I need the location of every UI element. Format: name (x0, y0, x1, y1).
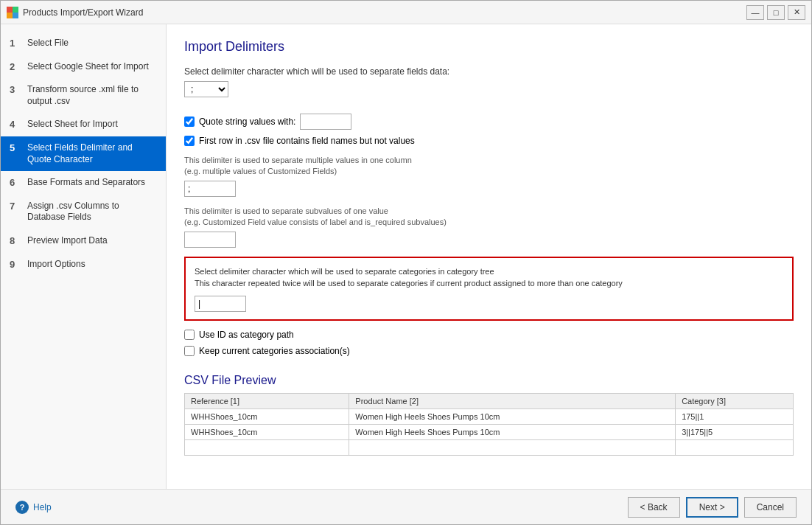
sidebar-item-select-sheet[interactable]: 4 Select Sheet for Import (1, 113, 166, 136)
main-content: 1 Select File 2 Select Google Sheet for … (1, 24, 811, 489)
svg-rect-2 (7, 13, 13, 18)
csv-preview-title: CSV File Preview (184, 374, 794, 387)
subvalue-section: This delimiter is used to separate subva… (184, 206, 794, 248)
csv-row-empty (185, 439, 794, 455)
first-row-checkbox-row: First row in .csv file contains field na… (184, 136, 794, 146)
csv-preview-table: Reference [1] Product Name [2] Category … (184, 393, 794, 456)
csv-preview-section: CSV File Preview Reference [1] Product N… (184, 374, 794, 456)
subvalue-desc: This delimiter is used to separate subva… (184, 206, 794, 229)
svg-rect-1 (13, 7, 18, 13)
svg-rect-0 (7, 7, 13, 13)
window-title: Products Import/Export Wizard (23, 7, 143, 18)
sidebar-item-preview-data[interactable]: 8 Preview Import Data (1, 229, 166, 253)
csv-cell-ref-1: WHHShoes_10cm (185, 408, 349, 424)
app-icon (7, 7, 18, 18)
sidebar-label-3: Transform source .xml file to output .cs… (27, 84, 157, 107)
csv-empty-1 (185, 439, 349, 455)
sidebar-item-base-formats[interactable]: 6 Base Formats and Separators (1, 171, 166, 195)
csv-cell-name-1: Women High Heels Shoes Pumps 10cm (349, 408, 676, 424)
sidebar-label-6: Base Formats and Separators (27, 177, 145, 189)
sidebar-label-8: Preview Import Data (27, 235, 108, 247)
sidebar-label-1: Select File (27, 38, 69, 49)
delimiter-select[interactable]: ; , | \t (184, 81, 228, 97)
quote-checkbox-row: Quote string values with: (184, 114, 794, 130)
close-button[interactable]: ✕ (788, 5, 805, 20)
footer-left: ? Help (15, 501, 52, 514)
sidebar-item-import-options[interactable]: 9 Import Options (1, 253, 166, 277)
cancel-button[interactable]: Cancel (744, 497, 797, 518)
next-button[interactable]: Next > (686, 497, 738, 518)
back-button[interactable]: < Back (628, 497, 680, 518)
subvalue-input[interactable] (184, 232, 236, 248)
sidebar-item-select-file[interactable]: 1 Select File (1, 32, 166, 55)
csv-row-2: WHHShoes_10cm Women High Heels Shoes Pum… (185, 424, 794, 439)
delimiter-section: Select delimiter character which will be… (184, 66, 794, 105)
sidebar-item-delimiter[interactable]: 5 Select Fields Delimiter and Quote Char… (1, 136, 166, 171)
sidebar-label-2: Select Google Sheet for Import (27, 61, 149, 73)
csv-cell-cat-2: 3||175||5 (676, 424, 794, 439)
delimiter-row: ; , | \t (184, 81, 794, 97)
sidebar-label-7: Assign .csv Columns to Database Fields (27, 201, 157, 223)
sidebar-num-3: 3 (10, 84, 21, 95)
sidebar-num-7: 7 (10, 201, 21, 212)
sidebar-num-9: 9 (10, 259, 21, 270)
multi-value-desc: This delimiter is used to separate multi… (184, 155, 794, 178)
col-reference: Reference [1] (185, 393, 349, 408)
col-category: Category [3] (676, 393, 794, 408)
sidebar-item-assign-columns[interactable]: 7 Assign .csv Columns to Database Fields (1, 195, 166, 229)
category-input[interactable] (195, 296, 246, 312)
use-id-label: Use ID as category path (199, 330, 294, 340)
help-icon[interactable]: ? (15, 501, 29, 514)
csv-empty-3 (676, 439, 794, 455)
category-section: Select delimiter character which will be… (184, 257, 794, 321)
sidebar-num-8: 8 (10, 235, 21, 246)
sidebar-label-9: Import Options (27, 259, 85, 271)
sidebar-num-1: 1 (10, 38, 21, 49)
delimiter-label: Select delimiter character which will be… (184, 66, 794, 77)
use-id-checkbox[interactable] (184, 330, 195, 340)
window-controls: — □ ✕ (746, 5, 805, 20)
sidebar-num-6: 6 (10, 177, 21, 188)
sidebar-label-4: Select Sheet for Import (27, 119, 118, 131)
panel-title: Import Delimiters (184, 39, 794, 55)
title-bar-left: Products Import/Export Wizard (7, 7, 143, 18)
footer-buttons: < Back Next > Cancel (628, 497, 797, 518)
minimize-button[interactable]: — (746, 5, 764, 20)
restore-button[interactable]: □ (767, 5, 785, 20)
col-product-name: Product Name [2] (349, 393, 676, 408)
csv-empty-2 (349, 439, 676, 455)
keep-categories-label: Keep current categories association(s) (199, 346, 350, 356)
sidebar-label-5: Select Fields Delimiter and Quote Charac… (27, 142, 157, 165)
first-row-checkbox[interactable] (184, 136, 195, 146)
multi-value-section: This delimiter is used to separate multi… (184, 155, 794, 197)
sidebar-item-google-sheet[interactable]: 2 Select Google Sheet for Import (1, 55, 166, 79)
csv-cell-ref-2: WHHShoes_10cm (185, 424, 349, 439)
category-desc-line2: This character repeated twice will be us… (195, 279, 623, 288)
keep-categories-checkbox[interactable] (184, 346, 195, 356)
multi-value-input[interactable] (184, 181, 236, 197)
sidebar: 1 Select File 2 Select Google Sheet for … (1, 24, 167, 489)
title-bar: Products Import/Export Wizard — □ ✕ (1, 1, 811, 24)
quote-checkbox[interactable] (184, 117, 195, 127)
sidebar-num-5: 5 (10, 142, 21, 153)
sidebar-item-transform-xml[interactable]: 3 Transform source .xml file to output .… (1, 78, 166, 113)
csv-cell-name-2: Women High Heels Shoes Pumps 10cm (349, 424, 676, 439)
svg-rect-3 (13, 13, 18, 18)
main-panel: Import Delimiters Select delimiter chara… (167, 24, 811, 489)
footer: ? Help < Back Next > Cancel (1, 489, 811, 524)
csv-header-row: Reference [1] Product Name [2] Category … (185, 393, 794, 408)
quote-input[interactable] (300, 114, 351, 130)
quote-label: Quote string values with: (199, 117, 295, 127)
sidebar-num-4: 4 (10, 119, 21, 130)
category-desc-line1: Select delimiter character which will be… (195, 267, 494, 276)
category-desc: Select delimiter character which will be… (195, 265, 783, 290)
keep-categories-checkbox-row: Keep current categories association(s) (184, 346, 794, 356)
use-id-checkbox-row: Use ID as category path (184, 330, 794, 340)
csv-cell-cat-1: 175||1 (676, 408, 794, 424)
csv-row-1: WHHShoes_10cm Women High Heels Shoes Pum… (185, 408, 794, 424)
first-row-label: First row in .csv file contains field na… (199, 136, 415, 146)
main-window: Products Import/Export Wizard — □ ✕ 1 Se… (0, 0, 812, 525)
help-label[interactable]: Help (33, 502, 52, 512)
sidebar-num-2: 2 (10, 61, 21, 72)
